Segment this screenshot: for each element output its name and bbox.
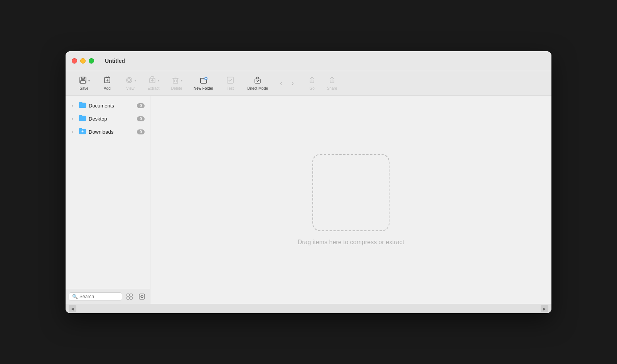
add-icon — [103, 76, 111, 86]
test-label: Test — [227, 86, 234, 91]
svg-rect-19 — [127, 294, 129, 296]
desktop-badge: 0 — [137, 116, 145, 121]
delete-icon — [171, 76, 180, 86]
sidebar-item-downloads[interactable]: › Downloads 0 — [67, 126, 148, 138]
sidebar-bottom: 🔍 — [66, 289, 150, 304]
extract-label: Extract — [147, 86, 159, 91]
collapse-sidebar-button[interactable]: ◀ — [69, 305, 76, 312]
save-dropdown-arrow: ▾ — [88, 79, 90, 82]
nav-buttons: ‹ › — [276, 78, 298, 89]
test-button[interactable]: Test — [219, 74, 241, 92]
direct-mode-icon — [253, 76, 262, 86]
forward-button[interactable]: › — [287, 78, 298, 89]
desktop-label: Desktop — [89, 116, 135, 122]
grid-view-button[interactable] — [125, 292, 135, 302]
delete-dropdown-arrow: ▾ — [181, 79, 182, 82]
svg-point-25 — [142, 296, 142, 297]
svg-rect-17 — [227, 77, 233, 83]
direct-mode-button[interactable]: Direct Mode — [243, 74, 273, 92]
extract-button[interactable]: ▾ Extract — [143, 74, 164, 92]
preview-toggle-button[interactable] — [137, 292, 147, 302]
chevron-downloads-icon: › — [72, 130, 76, 134]
svg-rect-20 — [130, 294, 132, 296]
view-label: View — [126, 86, 135, 91]
view-dropdown-arrow: ▾ — [135, 79, 136, 82]
svg-rect-2 — [81, 81, 85, 83]
app-window: Untitled ▾ Save — [66, 51, 551, 313]
documents-label: Documents — [89, 103, 135, 109]
direct-mode-label: Direct Mode — [247, 86, 268, 91]
downloads-badge: 0 — [137, 129, 145, 134]
delete-label: Delete — [171, 86, 182, 91]
go-share-icon — [328, 76, 336, 86]
svg-point-5 — [128, 79, 131, 82]
new-folder-icon — [199, 76, 208, 86]
save-icon — [79, 76, 87, 86]
back-button[interactable]: ‹ — [276, 78, 287, 89]
svg-rect-10 — [173, 78, 178, 83]
view-button[interactable]: ▾ View — [120, 74, 141, 92]
sidebar-item-documents[interactable]: › Documents 0 — [67, 99, 148, 112]
delete-button[interactable]: ▾ Delete — [166, 74, 187, 92]
save-label: Save — [80, 86, 89, 91]
documents-badge: 0 — [137, 103, 145, 108]
svg-rect-21 — [127, 297, 129, 299]
chevron-desktop-icon: › — [72, 117, 76, 121]
main-panel: Drag items here to compress or extract — [150, 96, 551, 304]
sidebar-list: › Documents 0 › — [66, 96, 150, 289]
chevron-documents-icon: › — [72, 104, 76, 108]
share-label: Go — [309, 86, 314, 91]
titlebar: Untitled — [66, 51, 551, 71]
new-folder-button[interactable]: New Folder — [189, 74, 218, 92]
sidebar-item-desktop[interactable]: › Desktop 0 — [67, 112, 148, 125]
new-folder-label: New Folder — [194, 86, 213, 91]
share-button[interactable]: Go — [301, 74, 323, 92]
folder-downloads-icon — [79, 127, 86, 136]
sidebar: › Documents 0 › — [66, 96, 150, 304]
window-title: Untitled — [105, 58, 125, 64]
folder-documents-icon — [79, 101, 86, 110]
extract-dropdown-arrow: ▾ — [158, 79, 159, 82]
expand-panel-button[interactable]: ▶ — [541, 305, 548, 312]
save-button[interactable]: ▾ Save — [73, 74, 95, 92]
maximize-button[interactable] — [89, 58, 94, 64]
minimize-button[interactable] — [80, 58, 86, 64]
add-button[interactable]: Add — [96, 74, 118, 92]
share-icon — [308, 76, 316, 86]
svg-rect-22 — [130, 297, 132, 299]
close-button[interactable] — [72, 58, 77, 64]
search-icon: 🔍 — [72, 294, 78, 299]
traffic-lights — [72, 58, 94, 64]
view-icon — [125, 76, 133, 86]
search-input[interactable] — [79, 294, 119, 299]
drop-hint: Drag items here to compress or extract — [298, 239, 405, 246]
test-icon — [226, 76, 234, 86]
drop-zone — [312, 154, 389, 231]
toolbar: ▾ Save Add — [66, 71, 551, 96]
add-label: Add — [104, 86, 111, 91]
search-box[interactable]: 🔍 — [69, 292, 122, 301]
folder-desktop-icon — [79, 114, 86, 123]
content-area: › Documents 0 › — [66, 96, 551, 304]
go-share-sep: Share — [321, 74, 343, 92]
statusbar: ◀ ▶ — [66, 304, 551, 313]
share2-label: Share — [327, 86, 337, 91]
extract-icon — [148, 76, 157, 86]
downloads-label: Downloads — [89, 129, 135, 135]
